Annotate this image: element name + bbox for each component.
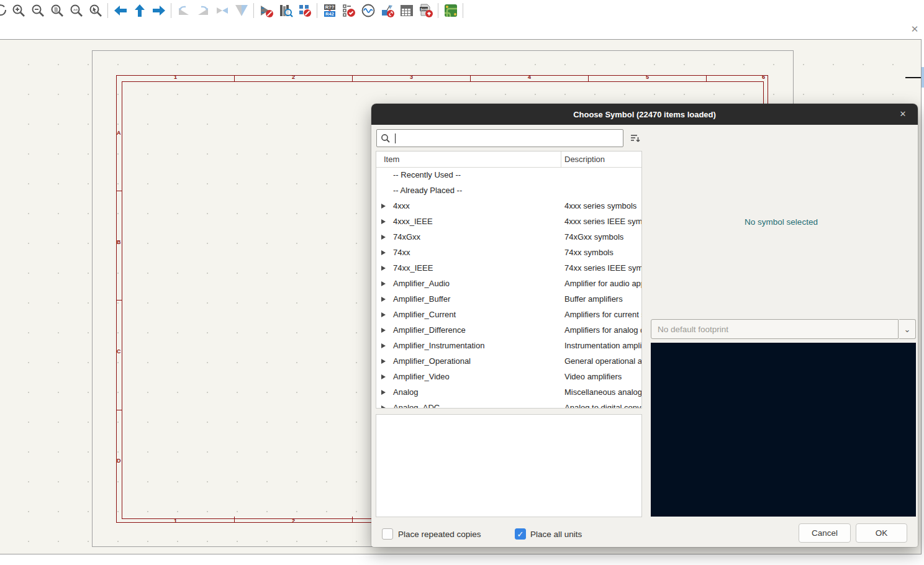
- expand-arrow-icon[interactable]: [381, 328, 386, 333]
- zoom-selection-icon[interactable]: [86, 1, 105, 20]
- expand-arrow-icon[interactable]: [381, 250, 386, 255]
- export-bom-icon[interactable]: .bom: [416, 1, 435, 20]
- symbol-tree-row[interactable]: 74xx_IEEE74xx series IEEE symbols: [376, 261, 641, 276]
- symbol-tree-row[interactable]: -- Already Placed --: [376, 183, 641, 199]
- symbol-tree-row[interactable]: Analog_ADCAnalog to digital converters: [376, 400, 641, 408]
- symbol-lib-description: Analog to digital converters: [564, 403, 641, 408]
- footprint-select[interactable]: No default footprint: [651, 319, 899, 339]
- footprint-select-chevron[interactable]: ⌄: [899, 319, 916, 339]
- redo-icon[interactable]: [193, 1, 212, 20]
- mirror-vertical-icon[interactable]: [212, 1, 232, 20]
- symbol-lib-name: 74xx_IEEE: [393, 263, 433, 273]
- library-browser-icon[interactable]: [276, 1, 295, 20]
- symbol-fields-table-icon[interactable]: [397, 1, 416, 20]
- simulator-icon[interactable]: [358, 1, 378, 20]
- sheet-column-label: 5: [646, 75, 649, 80]
- sheet-row-label: C: [117, 349, 121, 355]
- place-all-units-checkbox[interactable]: ✓: [515, 528, 526, 540]
- ok-button[interactable]: OK: [856, 523, 907, 543]
- symbol-lib-description: General operational amplifiers: [564, 356, 641, 366]
- symbol-lib-name: Amplifier_Difference: [393, 325, 466, 335]
- sheet-frame-tick: [116, 300, 122, 301]
- symbol-tree-row[interactable]: Amplifier_BufferBuffer amplifiers: [376, 292, 641, 307]
- sheet-frame-tick: [234, 75, 235, 81]
- symbol-tree-row[interactable]: Amplifier_AudioAmplifier for audio appli…: [376, 276, 641, 292]
- symbol-lib-name: Amplifier_Buffer: [393, 294, 450, 304]
- symbol-tree-row[interactable]: 4xxx4xxx series symbols: [376, 199, 641, 214]
- expand-arrow-icon[interactable]: [381, 204, 386, 209]
- close-icon[interactable]: ✕: [909, 24, 920, 35]
- symbol-lib-name: Analog_ADC: [393, 403, 440, 408]
- symbol-tree-row[interactable]: 74xGxx74xGxx symbols: [376, 230, 641, 245]
- symbol-tree-row[interactable]: Amplifier_OperationalGeneral operational…: [376, 354, 641, 369]
- zoom-fit-page-icon[interactable]: [47, 1, 66, 20]
- zoom-fit-objects-icon[interactable]: [66, 1, 86, 20]
- toolbar-separator: [171, 3, 171, 18]
- expand-arrow-icon[interactable]: [381, 281, 386, 286]
- assign-footprints-icon[interactable]: [378, 1, 397, 20]
- sort-options-icon[interactable]: [627, 130, 643, 146]
- zoom-out-icon[interactable]: [28, 1, 47, 20]
- dialog-title: Choose Symbol (22470 items loaded): [573, 110, 716, 119]
- zoom-redraw-icon[interactable]: [0, 1, 9, 20]
- symbol-lib-name: Amplifier_Video: [393, 372, 450, 381]
- symbol-tree-row[interactable]: 4xxx_IEEE4xxx series IEEE symbols: [376, 214, 641, 230]
- annotate-icon[interactable]: R??R42: [320, 1, 339, 20]
- column-header-description[interactable]: Description: [564, 155, 605, 164]
- expand-arrow-icon[interactable]: [381, 312, 386, 317]
- annotate-top-text: R??: [325, 4, 334, 10]
- footprint-editor-icon[interactable]: [295, 1, 314, 20]
- erc-icon[interactable]: [339, 1, 358, 20]
- symbol-lib-description: Amplifier for audio applications: [564, 279, 641, 288]
- symbol-tree-row[interactable]: Amplifier_InstrumentationInstrumentation…: [376, 338, 641, 354]
- dialog-titlebar[interactable]: Choose Symbol (22470 items loaded) ✕: [371, 104, 918, 125]
- column-divider[interactable]: [561, 151, 561, 168]
- dialog-footer: Place repeated copies ✓ Place all units …: [371, 517, 918, 547]
- symbol-tree-row[interactable]: AnalogMiscellaneous analog ICs: [376, 385, 641, 400]
- navigate-up-icon[interactable]: [130, 1, 149, 20]
- symbol-editor-icon[interactable]: [256, 1, 276, 20]
- symbol-tree-row[interactable]: Amplifier_DifferenceAmplifiers for analo…: [376, 323, 641, 338]
- expand-arrow-icon[interactable]: [381, 359, 386, 364]
- symbol-lib-description: Miscellaneous analog ICs: [564, 387, 641, 397]
- expand-arrow-icon[interactable]: [381, 343, 386, 348]
- cancel-button[interactable]: Cancel: [799, 523, 851, 543]
- symbol-tree-row[interactable]: 74xx74xx symbols: [376, 245, 641, 261]
- dialog-close-icon[interactable]: ✕: [898, 109, 908, 119]
- toolbar-separator: [317, 3, 317, 18]
- expand-arrow-icon[interactable]: [381, 390, 386, 395]
- canvas-scrollbar[interactable]: [922, 67, 924, 88]
- pcb-editor-icon[interactable]: [441, 1, 460, 20]
- symbol-lib-description: Amplifiers for current sensing: [564, 310, 641, 319]
- expand-arrow-icon[interactable]: [381, 297, 386, 302]
- mirror-horizontal-icon[interactable]: [232, 1, 251, 20]
- expand-arrow-icon[interactable]: [381, 266, 386, 271]
- expand-arrow-icon[interactable]: [381, 374, 386, 379]
- undo-icon[interactable]: [174, 1, 193, 20]
- symbol-lib-name: -- Already Placed --: [393, 186, 462, 195]
- symbol-lib-name: Amplifier_Current: [393, 310, 456, 319]
- sheet-row-label: B: [117, 240, 121, 245]
- place-all-units-label[interactable]: Place all units: [530, 530, 582, 539]
- expand-arrow-icon[interactable]: [381, 405, 386, 408]
- column-header-item[interactable]: Item: [384, 155, 399, 164]
- symbol-tree-row[interactable]: Amplifier_VideoVideo amplifiers: [376, 369, 641, 385]
- place-repeated-copies-checkbox[interactable]: [382, 528, 393, 540]
- place-repeated-copies-label[interactable]: Place repeated copies: [398, 530, 481, 539]
- expand-arrow-icon[interactable]: [381, 235, 386, 240]
- symbol-tree-row[interactable]: Amplifier_CurrentAmplifiers for current …: [376, 307, 641, 323]
- no-symbol-text: No symbol selected: [745, 217, 818, 227]
- zoom-in-icon[interactable]: [9, 1, 28, 20]
- navigate-forward-icon[interactable]: [149, 1, 168, 20]
- choose-symbol-dialog: Choose Symbol (22470 items loaded) ✕ Ite…: [371, 104, 918, 547]
- toolbar-separator: [438, 3, 438, 18]
- symbol-tree-row[interactable]: -- Recently Used --: [376, 168, 641, 183]
- navigate-back-icon[interactable]: [111, 1, 130, 20]
- annotate-bottom-text: R42: [325, 11, 334, 17]
- symbol-search-input[interactable]: [376, 129, 623, 147]
- symbol-lib-description: 4xxx series symbols: [564, 201, 641, 210]
- symbol-lib-name: Amplifier_Instrumentation: [393, 341, 484, 350]
- sheet-column-label: 4: [528, 75, 531, 80]
- expand-arrow-icon[interactable]: [381, 219, 386, 224]
- symbol-tree-pane: Item Description -- Recently Used ---- A…: [376, 151, 642, 409]
